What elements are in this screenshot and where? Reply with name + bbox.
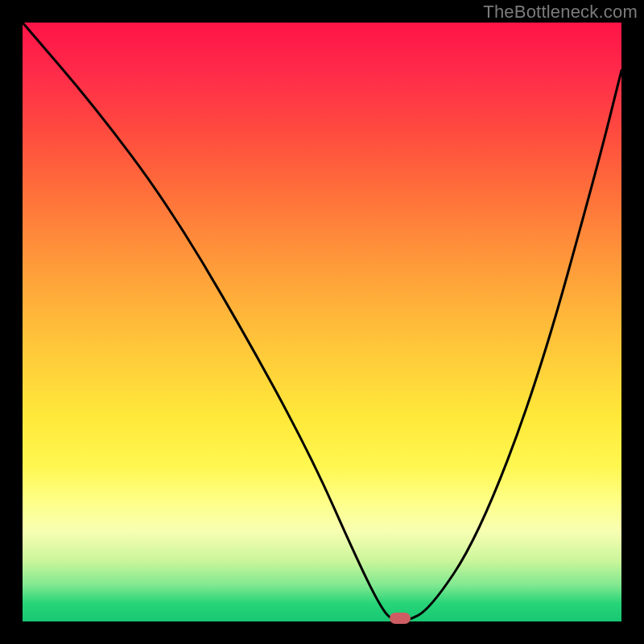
plot-area [23,23,621,621]
optimum-marker [390,613,411,624]
chart-frame: TheBottleneck.com [0,0,644,644]
curve-path [23,23,621,621]
bottleneck-curve [23,23,621,621]
watermark-text: TheBottleneck.com [483,2,638,23]
